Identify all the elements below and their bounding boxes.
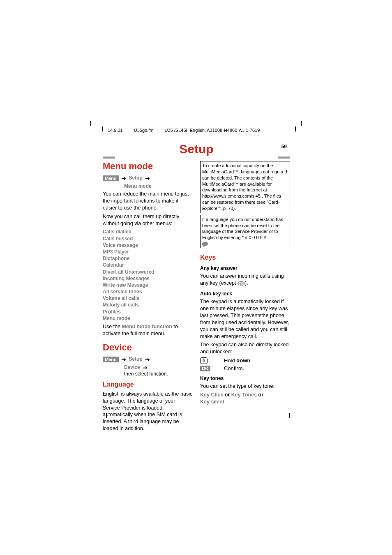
text-or: or xyxy=(223,392,231,398)
heading-any-key-answer: Any key answer xyxy=(200,265,290,271)
heading-language: Language xyxy=(103,381,193,388)
arrow-icon: ➔ xyxy=(145,175,150,182)
shortcut-item: Incoming Messages xyxy=(103,275,193,282)
para-any-key: You can answer incoming calls using any … xyxy=(200,273,290,287)
nav-path-device-2: Device ➔ xyxy=(124,364,193,371)
hash-key-cell: # xyxy=(200,357,212,364)
menu-button-label: Menu xyxy=(103,175,119,181)
hash-key-icon: # xyxy=(200,357,208,364)
shortcut-item: MP3 Player xyxy=(103,249,193,255)
arrow-icon: ➔ xyxy=(121,175,126,182)
menu-button-label: Menu xyxy=(103,357,119,362)
nav-path-menu-mode-2: Menu mode xyxy=(124,183,193,189)
text: . xyxy=(250,357,252,364)
info-box-language-reset: If a language you do not understand has … xyxy=(200,215,290,249)
nav-path-device-3: then select function. xyxy=(124,371,193,377)
header-doc: U35 /SL45i- English, A31008-H4860-A1-1-7… xyxy=(165,128,260,133)
heading-auto-key-lock: Auto key lock xyxy=(200,291,290,297)
shortcut-item: Calls missed xyxy=(103,235,193,242)
shortcut-item: Volume all calls xyxy=(103,295,193,302)
running-header: 14.9.01 U35gb.fm U35 /SL45i- English, A3… xyxy=(108,128,270,133)
crop-bar-tr xyxy=(295,127,296,131)
info-text: To create additional capacity on the Mul… xyxy=(202,163,288,212)
page-title: Setup xyxy=(179,142,213,156)
nav-device: Device xyxy=(124,364,140,370)
content-columns: Menu mode Menu ➔ Setup ➔ Menu mode You c… xyxy=(103,161,290,434)
para-auto-lock: The keypad is automatically locked if on… xyxy=(200,298,290,340)
nav-setup: Setup xyxy=(129,175,142,181)
heading-keys: Keys xyxy=(200,254,290,261)
crop-bar-tl xyxy=(102,127,103,131)
nav-setup: Setup xyxy=(129,356,142,362)
page-title-wrap: Setup xyxy=(103,142,290,156)
key-click-label: Key Click xyxy=(200,392,223,398)
shortcut-item: Melody all calls xyxy=(103,302,193,308)
shortcut-item: Voice message xyxy=(103,242,193,249)
right-column: To create additional capacity on the Mul… xyxy=(200,161,290,434)
page-number: 59 xyxy=(281,144,287,150)
hold-bold: down xyxy=(236,357,250,364)
shortcut-item: Divert all Unanswered xyxy=(103,269,193,275)
text: ). xyxy=(245,280,248,286)
text: Hold xyxy=(224,357,236,364)
reset-code: * # 0 0 0 0 # xyxy=(242,235,266,240)
para-language: English is always available as the basic… xyxy=(103,391,193,432)
shortcut-item: Dictaphone xyxy=(103,255,193,262)
nav-menu-mode: Menu mode xyxy=(124,183,152,189)
left-column: Menu mode Menu ➔ Setup ➔ Menu mode You c… xyxy=(103,161,193,434)
para-intro-1: You can reduce the main menu to just the… xyxy=(103,191,193,212)
title-rule xyxy=(103,158,290,158)
nav-path-menu-mode: Menu ➔ Setup ➔ xyxy=(103,175,193,182)
power-icon xyxy=(238,281,245,286)
heading-key-tones: Key tones xyxy=(200,375,290,381)
heading-device: Device xyxy=(103,342,193,353)
info-text: If a language you do not understand has … xyxy=(202,216,288,241)
shortcut-item: Calls dialled xyxy=(103,228,193,235)
key-tone-options: Key Click or Key Tones or Key silent xyxy=(200,391,290,405)
ok-key-cell: OK xyxy=(200,365,212,372)
crop-mark-tl xyxy=(90,126,99,134)
then-select: then select function. xyxy=(124,371,168,377)
action-row-hold: # Hold down. xyxy=(200,357,290,364)
confirm-text: Confirm. xyxy=(224,365,244,371)
info-box-capacity: To create additional capacity on the Mul… xyxy=(200,161,290,213)
shortcut-item: All service tones xyxy=(103,288,193,295)
shortcut-item: Write new Message xyxy=(103,282,193,288)
para-lock-unlock: The keypad can also be directly locked a… xyxy=(200,341,290,355)
shortcut-item: Menu mode xyxy=(103,315,193,322)
shortcut-item: Profiles xyxy=(103,309,193,315)
para-intro-2: Now you can call them up directly withou… xyxy=(103,213,193,227)
heading-menu-mode: Menu mode xyxy=(103,161,193,172)
call-icon xyxy=(202,241,209,247)
nav-path-device: Menu ➔ Setup ➔ xyxy=(103,356,193,363)
para-use-menu-mode: Use the Menu mode function to activate t… xyxy=(103,323,193,337)
header-date: 14.9.01 xyxy=(108,128,123,133)
shortcut-item: Calendar xyxy=(103,262,193,268)
ok-button-label: OK xyxy=(200,366,210,371)
para-set-tone: You can set the type of key tone: xyxy=(200,383,290,390)
arrow-icon: ➔ xyxy=(145,356,150,363)
hold-down-text: Hold down. xyxy=(224,357,252,364)
text-or: or xyxy=(257,392,263,398)
action-row-confirm: OK Confirm. xyxy=(200,365,290,372)
arrow-icon: ➔ xyxy=(143,364,148,371)
crop-mark-tr xyxy=(293,126,302,134)
header-file: U35gb.fm xyxy=(134,128,154,133)
menu-mode-func-label: Menu mode function xyxy=(122,324,172,329)
arrow-icon: ➔ xyxy=(121,356,126,363)
text: Use the xyxy=(103,324,122,329)
key-tones-label: Key Tones xyxy=(231,392,257,398)
key-silent-label: Key silent xyxy=(200,399,224,405)
